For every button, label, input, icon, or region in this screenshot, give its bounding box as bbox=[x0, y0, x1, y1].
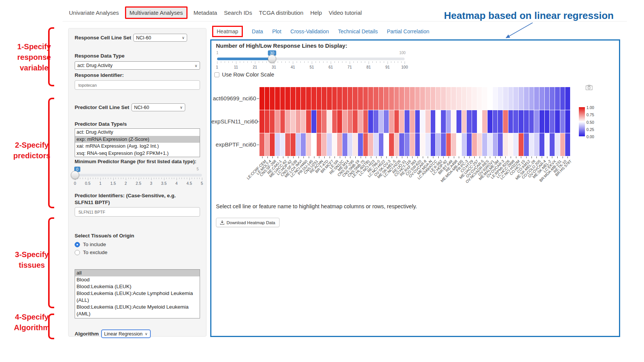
heatmap-cell[interactable] bbox=[285, 110, 290, 133]
tab-heatmap[interactable]: Heatmap bbox=[212, 26, 243, 37]
heatmap-cell[interactable] bbox=[389, 133, 394, 156]
heatmap-cell[interactable] bbox=[399, 87, 404, 110]
heatmap-cell[interactable] bbox=[342, 87, 347, 110]
tab-partial-correlation[interactable]: Partial Correlation bbox=[387, 26, 429, 37]
heatmap-cell[interactable] bbox=[467, 133, 472, 156]
heatmap-cell[interactable] bbox=[565, 110, 570, 133]
heatmap-cell[interactable] bbox=[555, 133, 560, 156]
heatmap-cell[interactable] bbox=[301, 110, 306, 133]
heatmap-cell[interactable] bbox=[493, 110, 498, 133]
heatmap-cell[interactable] bbox=[436, 87, 441, 110]
predictor-data-type-option[interactable]: xsq: RNA-seq Expression (log2 FPKM+1.) bbox=[75, 150, 200, 157]
heatmap-cell[interactable] bbox=[555, 110, 560, 133]
heatmap-cell[interactable] bbox=[446, 133, 451, 156]
heatmap-cell[interactable] bbox=[363, 133, 368, 156]
heatmap-cell[interactable] bbox=[420, 110, 425, 133]
heatmap-cell[interactable] bbox=[358, 133, 363, 156]
heatmap-cell[interactable] bbox=[296, 87, 301, 110]
heatmap-cell[interactable] bbox=[332, 133, 337, 156]
slider-handle[interactable] bbox=[71, 171, 79, 179]
heatmap-cell[interactable] bbox=[513, 133, 518, 156]
heatmap-cell[interactable] bbox=[394, 110, 399, 133]
heatmap-cell[interactable] bbox=[348, 110, 353, 133]
heatmap-cell[interactable] bbox=[405, 133, 410, 156]
heatmap-cell[interactable] bbox=[441, 87, 446, 110]
heatmap-cell[interactable] bbox=[374, 87, 378, 110]
heatmap-cell[interactable] bbox=[342, 110, 347, 133]
heatmap-cell[interactable] bbox=[529, 110, 534, 133]
heatmap-cell[interactable] bbox=[555, 87, 560, 110]
heatmap-cell[interactable] bbox=[534, 87, 539, 110]
heatmap-cell[interactable] bbox=[327, 133, 332, 156]
heatmap-cell[interactable] bbox=[415, 110, 420, 133]
heatmap-cell[interactable] bbox=[379, 87, 384, 110]
heatmap-cell[interactable] bbox=[425, 87, 430, 110]
heatmap-cell[interactable] bbox=[363, 110, 368, 133]
heatmap-cell[interactable] bbox=[425, 133, 430, 156]
heatmap-cell[interactable] bbox=[280, 110, 285, 133]
heatmap-cell[interactable] bbox=[565, 87, 570, 110]
heatmap-cell[interactable] bbox=[311, 110, 316, 133]
heatmap-cell[interactable] bbox=[353, 87, 358, 110]
heatmap-cell[interactable] bbox=[534, 110, 539, 133]
heatmap-cell[interactable] bbox=[410, 87, 415, 110]
min-predictor-range-slider[interactable]: 0500.511.522.533.544.550 bbox=[75, 166, 200, 186]
heatmap-cell[interactable] bbox=[488, 87, 492, 110]
heatmap-cell[interactable] bbox=[425, 110, 430, 133]
heatmap-cell[interactable] bbox=[265, 133, 270, 156]
heatmap-cell[interactable] bbox=[503, 110, 508, 133]
heatmap-cell[interactable] bbox=[467, 110, 472, 133]
heatmap-cell[interactable] bbox=[405, 110, 410, 133]
radio-exclude-icon[interactable] bbox=[75, 250, 80, 255]
slider-handle[interactable] bbox=[268, 55, 276, 63]
heatmap-cell[interactable] bbox=[348, 133, 353, 156]
heatmap-cell[interactable] bbox=[446, 110, 451, 133]
tab-technical-details[interactable]: Technical Details bbox=[338, 26, 378, 37]
heatmap-cell[interactable] bbox=[519, 133, 524, 156]
nav-item-video-tutorial[interactable]: Video tutorial bbox=[328, 6, 363, 19]
heatmap-cell[interactable] bbox=[265, 87, 270, 110]
nav-item-tcga-distribution[interactable]: TCGA distribution bbox=[258, 6, 304, 19]
heatmap-cell[interactable] bbox=[472, 133, 477, 156]
heatmap-cell[interactable] bbox=[270, 110, 275, 133]
heatmap-cell[interactable] bbox=[550, 110, 555, 133]
heatmap-cell[interactable] bbox=[379, 110, 384, 133]
heatmap-cell[interactable] bbox=[488, 110, 492, 133]
heatmap-cell[interactable] bbox=[275, 110, 280, 133]
heatmap-cell[interactable] bbox=[311, 133, 316, 156]
heatmap-cell[interactable] bbox=[431, 87, 436, 110]
tissue-option[interactable]: Blood:Leukemia (LEUK):Acute Myeloid Leuk… bbox=[75, 304, 200, 317]
heatmap-cell[interactable] bbox=[456, 110, 461, 133]
heatmap-cell[interactable] bbox=[348, 87, 353, 110]
heatmap-cell[interactable] bbox=[550, 133, 555, 156]
heatmap-cell[interactable] bbox=[446, 87, 451, 110]
tissue-option[interactable]: all bbox=[75, 270, 200, 276]
heatmap-cell[interactable] bbox=[420, 87, 425, 110]
heatmap-cell[interactable] bbox=[431, 110, 436, 133]
heatmap-cell[interactable] bbox=[399, 110, 404, 133]
heatmap-cell[interactable] bbox=[493, 87, 498, 110]
heatmap-cell[interactable] bbox=[539, 110, 544, 133]
heatmap-cell[interactable] bbox=[472, 110, 477, 133]
tissue-option[interactable]: Blood:Leukemia (LEUK):Chronic Myelogenou… bbox=[75, 317, 200, 318]
heatmap-cell[interactable] bbox=[565, 133, 570, 156]
heatmap-cell[interactable] bbox=[275, 133, 280, 156]
response-cell-line-set-select[interactable]: NCI-60 ∨ bbox=[133, 34, 187, 42]
predictor-data-type-option[interactable]: act: Drug Activity bbox=[75, 129, 200, 136]
heatmap-cell[interactable] bbox=[374, 110, 378, 133]
heatmap-cell[interactable] bbox=[524, 110, 529, 133]
heatmap-cell[interactable] bbox=[560, 110, 565, 133]
heatmap-cell[interactable] bbox=[482, 110, 487, 133]
heatmap-cell[interactable] bbox=[270, 87, 275, 110]
heatmap-cell[interactable] bbox=[498, 133, 503, 156]
heatmap-cell[interactable] bbox=[467, 87, 472, 110]
heatmap-cell[interactable] bbox=[482, 87, 487, 110]
heatmap-cell[interactable] bbox=[441, 133, 446, 156]
heatmap-cell[interactable] bbox=[311, 87, 316, 110]
heatmap-cell[interactable] bbox=[280, 133, 285, 156]
heatmap-cell[interactable] bbox=[472, 87, 477, 110]
heatmap-cell[interactable] bbox=[488, 133, 492, 156]
heatmap-cell[interactable] bbox=[358, 87, 363, 110]
heatmap-cell[interactable] bbox=[374, 133, 378, 156]
heatmap-cell[interactable] bbox=[322, 110, 327, 133]
